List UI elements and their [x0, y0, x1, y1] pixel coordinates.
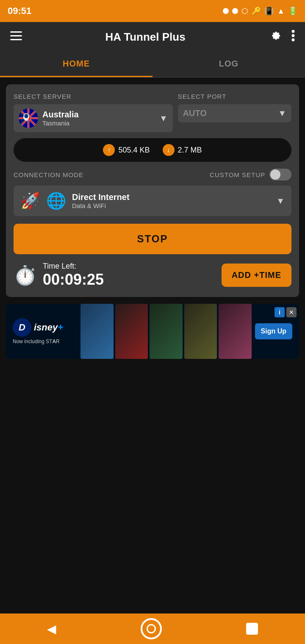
bottom-nav: ◀ — [0, 613, 305, 644]
square-button[interactable] — [236, 619, 268, 638]
status-bar: 09:51 ⬡ 🔑 📳 ▲ 🔋 — [0, 0, 305, 22]
timer-info: Time Left: 00:09:25 — [43, 262, 104, 289]
custom-setup-label: CUSTOM SETUP — [210, 171, 265, 178]
vibrate-icon: 📳 — [264, 6, 274, 16]
custom-setup-toggle[interactable] — [269, 169, 291, 180]
back-button[interactable]: ◀ — [37, 619, 67, 639]
select-server-label: SELECT SERVER — [14, 93, 173, 100]
vpn-key-icon: 🔑 — [252, 6, 261, 16]
add-time-button[interactable]: ADD +TIME — [222, 264, 291, 287]
port-value: AUTO — [183, 108, 274, 118]
app-bar: HA Tunnel Plus — [0, 22, 305, 52]
svg-point-3 — [292, 30, 295, 33]
main-card: SELECT SERVER — [6, 84, 299, 297]
upload-icon: ↑ — [103, 144, 115, 156]
server-port-row: SELECT SERVER — [14, 93, 291, 132]
tab-bar: HOME LOG — [0, 52, 305, 78]
tab-log[interactable]: LOG — [152, 52, 305, 77]
select-port-label: SELECT PORT — [178, 93, 291, 100]
timer-left: ⏱️ Time Left: 00:09:25 — [14, 262, 104, 289]
ad-tagline: Now including STAR — [13, 339, 60, 344]
upload-value: 505.4 KB — [118, 146, 150, 155]
timer-clock-icon: ⏱️ — [14, 264, 37, 286]
ad-close-icon[interactable]: ✕ — [286, 307, 297, 317]
mode-globe-emoji: 🌐 — [46, 192, 66, 210]
download-value: 2.7 MB — [178, 146, 202, 155]
server-section: SELECT SERVER — [14, 93, 173, 132]
svg-point-4 — [292, 34, 295, 37]
more-options-button[interactable] — [290, 28, 297, 46]
ad-images — [80, 304, 252, 359]
toggle-knob — [270, 169, 280, 180]
wifi-icon: ▲ — [277, 7, 285, 16]
timer-label: Time Left: — [43, 262, 104, 271]
svg-point-5 — [292, 38, 295, 41]
port-dropdown[interactable]: AUTO ▼ — [178, 104, 291, 122]
status-icons: ⬡ 🔑 📳 ▲ 🔋 — [223, 6, 297, 16]
port-section: SELECT PORT AUTO ▼ — [178, 93, 291, 132]
status-dot-2 — [232, 8, 238, 14]
server-name: Australia — [42, 110, 155, 119]
server-flag — [19, 108, 38, 128]
mode-name: Direct Internet — [72, 192, 270, 202]
menu-button[interactable] — [8, 28, 24, 45]
battery-icon: 🔋 — [288, 6, 297, 16]
traffic-bar: ↑ 505.4 KB ↓ 2.7 MB — [14, 138, 291, 162]
mode-selector[interactable]: 🚀 🌐 Direct Internet Data & WiFi ▼ — [14, 186, 291, 216]
ad-logo: D isney+ Now including STAR — [13, 318, 80, 344]
ad-signup-button[interactable]: Sign Up — [255, 323, 292, 339]
mode-chevron-icon: ▼ — [276, 196, 285, 206]
download-traffic: ↓ 2.7 MB — [163, 144, 202, 156]
tab-home[interactable]: HOME — [0, 52, 152, 77]
settings-button[interactable] — [267, 28, 283, 47]
server-region: Tasmania — [42, 119, 155, 127]
home-button[interactable] — [141, 618, 162, 639]
server-info: Australia Tasmania — [42, 110, 155, 127]
status-dot-1 — [223, 8, 229, 14]
ad-banner: D isney+ Now including STAR Sign Up i ✕ — [6, 304, 299, 359]
cast-icon: ⬡ — [241, 6, 248, 16]
upload-traffic: ↑ 505.4 KB — [103, 144, 150, 156]
status-time: 09:51 — [8, 6, 31, 17]
svg-rect-1 — [10, 35, 22, 36]
svg-rect-2 — [10, 39, 22, 40]
server-chevron-icon: ▼ — [159, 114, 168, 123]
timer-row: ⏱️ Time Left: 00:09:25 ADD +TIME — [14, 262, 291, 289]
ad-info-icon[interactable]: i — [274, 307, 285, 317]
port-chevron-icon: ▼ — [278, 108, 286, 118]
square-icon — [246, 623, 258, 635]
custom-setup-row: CUSTOM SETUP — [210, 169, 291, 180]
mode-info: Direct Internet Data & WiFi — [72, 192, 270, 209]
mode-description: Data & WiFi — [72, 202, 270, 209]
connection-mode-row: CONNECTION MODE CUSTOM SETUP — [14, 169, 291, 180]
mode-rocket-emoji: 🚀 — [20, 192, 40, 210]
app-title: HA Tunnel Plus — [30, 31, 260, 44]
server-dropdown[interactable]: Australia Tasmania ▼ — [14, 104, 173, 132]
svg-rect-0 — [10, 31, 22, 33]
svg-point-17 — [25, 114, 28, 118]
download-icon: ↓ — [163, 144, 175, 156]
ad-content: D isney+ Now including STAR Sign Up — [6, 304, 299, 359]
black-area — [0, 359, 305, 503]
timer-value: 00:09:25 — [43, 271, 104, 289]
stop-button[interactable]: STOP — [14, 224, 291, 254]
connection-mode-label: CONNECTION MODE — [14, 171, 83, 178]
